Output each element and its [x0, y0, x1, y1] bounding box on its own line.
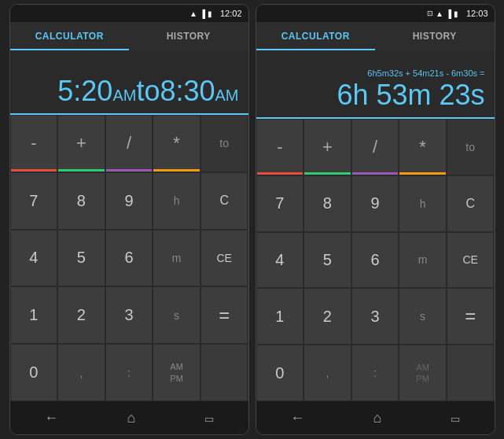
key-7-1[interactable]: 7 [10, 172, 58, 230]
phones-container: ▲ ▐ ▮ 12:02 CALCULATOR HISTORY 5:20AMto8… [6, 1, 498, 438]
status-time-2: 12:03 [466, 9, 488, 18]
key-c-2[interactable]: C [447, 175, 495, 232]
key-plus-2[interactable]: + [304, 119, 351, 175]
battery-icon-2: ▮ [454, 9, 458, 18]
key-1-2[interactable]: 1 [256, 288, 304, 345]
key-2-2[interactable]: 2 [304, 288, 351, 345]
bottom-nav-2: ← ⌂ ▭ [256, 401, 495, 434]
back-icon-2: ← [290, 410, 304, 426]
row3-1: 4 5 6 m CE [10, 230, 248, 287]
screenshot-icon: ⊡ [427, 9, 433, 17]
key-comma-2[interactable]: , [304, 345, 351, 401]
home-icon-1: ⌂ [127, 410, 136, 426]
key-empty-2 [447, 345, 495, 401]
display-1: 5:20AMto8:30AM [10, 50, 248, 113]
key-equals-1[interactable]: = [200, 286, 248, 344]
row4-1: 1 2 3 s = [10, 286, 248, 344]
tab-calculator-1[interactable]: CALCULATOR [10, 22, 130, 50]
key-9-1[interactable]: 9 [105, 172, 153, 230]
display-result-1: 5:20AMto8:30AM [20, 76, 239, 107]
wifi-icon-2: ▲ [436, 9, 443, 18]
row2-2: 7 8 9 h C [256, 175, 495, 232]
key-divide-2[interactable]: / [351, 119, 399, 175]
status-bar-1: ▲ ▐ ▮ 12:02 [10, 5, 248, 22]
status-icons-2: ⊡ ▲ ▐ ▮ [427, 9, 458, 18]
home-icon-2: ⌂ [373, 410, 382, 426]
keypad-1: - + / * to 7 8 9 h C 4 5 6 m CE 1 [10, 115, 248, 401]
key-0-1[interactable]: 0 [10, 344, 58, 401]
recents-button-1[interactable]: ▭ [204, 410, 214, 426]
row4-2: 1 2 3 s = [256, 288, 495, 345]
tabs-2: CALCULATOR HISTORY [256, 22, 495, 50]
bottom-nav-1: ← ⌂ ▭ [10, 401, 248, 434]
key-0-2[interactable]: 0 [256, 345, 304, 401]
key-1-1[interactable]: 1 [10, 286, 58, 344]
back-button-2[interactable]: ← [290, 410, 304, 426]
key-6-1[interactable]: 6 [105, 230, 153, 287]
key-to-2[interactable]: to [447, 119, 495, 175]
key-minus-2[interactable]: - [256, 119, 304, 175]
key-ce-1[interactable]: CE [200, 230, 248, 287]
back-button-1[interactable]: ← [44, 410, 58, 426]
key-ampm-2[interactable]: AMPM [399, 345, 447, 401]
key-multiply-2[interactable]: * [399, 119, 447, 175]
row5-1: 0 , : AMPM [10, 344, 248, 401]
keypad-2: - + / * to 7 8 9 h C 4 5 6 m CE 1 [256, 119, 495, 401]
key-s-2[interactable]: s [399, 288, 447, 345]
key-c-1[interactable]: C [200, 172, 248, 230]
key-to-1[interactable]: to [200, 115, 248, 172]
display-result-2: 6h 53m 23s [266, 79, 485, 111]
key-divide-1[interactable]: / [105, 115, 153, 172]
tab-history-2[interactable]: HISTORY [375, 22, 495, 50]
key-4-2[interactable]: 4 [256, 232, 304, 289]
wifi-icon: ▲ [189, 9, 197, 18]
key-plus-1[interactable]: + [57, 115, 105, 172]
key-h-2[interactable]: h [399, 175, 447, 232]
tab-history-1[interactable]: HISTORY [129, 22, 248, 50]
row2-1: 7 8 9 h C [10, 172, 248, 230]
key-m-1[interactable]: m [153, 230, 200, 287]
key-4-1[interactable]: 4 [10, 230, 58, 287]
back-icon-1: ← [44, 410, 58, 426]
phone-2: ⊡ ▲ ▐ ▮ 12:03 CALCULATOR HISTORY 6h5m32s… [256, 4, 495, 435]
key-colon-1[interactable]: : [105, 344, 153, 401]
battery-icon: ▮ [208, 9, 212, 18]
key-ce-2[interactable]: CE [447, 232, 495, 289]
home-button-1[interactable]: ⌂ [127, 410, 136, 426]
key-comma-1[interactable]: , [57, 344, 105, 401]
ops-row-1: - + / * to [10, 115, 248, 172]
key-s-1[interactable]: s [153, 286, 200, 344]
phone-1: ▲ ▐ ▮ 12:02 CALCULATOR HISTORY 5:20AMto8… [9, 4, 249, 435]
ops-row-2: - + / * to [256, 119, 495, 175]
key-minus-1[interactable]: - [10, 115, 58, 172]
key-empty-1 [200, 344, 248, 401]
status-icons-1: ▲ ▐ ▮ [189, 9, 212, 18]
key-7-2[interactable]: 7 [256, 175, 304, 232]
recents-button-2[interactable]: ▭ [451, 410, 460, 426]
key-h-1[interactable]: h [153, 172, 200, 230]
key-3-2[interactable]: 3 [351, 288, 399, 345]
key-6-2[interactable]: 6 [351, 232, 399, 289]
key-5-1[interactable]: 5 [57, 230, 105, 287]
signal-icon-2: ▐ [446, 9, 451, 18]
status-bar-2: ⊡ ▲ ▐ ▮ 12:03 [256, 5, 495, 22]
key-9-2[interactable]: 9 [351, 175, 399, 232]
key-5-2[interactable]: 5 [304, 232, 351, 289]
tabs-1: CALCULATOR HISTORY [10, 22, 248, 50]
status-time-1: 12:02 [220, 9, 242, 18]
key-8-2[interactable]: 8 [304, 175, 351, 232]
key-equals-2[interactable]: = [447, 288, 495, 345]
display-2: 6h5m32s + 54m21s - 6m30s = 6h 53m 23s [256, 50, 495, 117]
tab-calculator-2[interactable]: CALCULATOR [256, 22, 376, 50]
recents-icon-1: ▭ [204, 413, 214, 425]
key-ampm-1[interactable]: AMPM [153, 344, 200, 401]
key-m-2[interactable]: m [399, 232, 447, 289]
key-8-1[interactable]: 8 [57, 172, 105, 230]
key-3-1[interactable]: 3 [105, 286, 153, 344]
key-multiply-1[interactable]: * [153, 115, 200, 172]
key-2-1[interactable]: 2 [57, 286, 105, 344]
signal-icon: ▐ [200, 9, 205, 18]
home-button-2[interactable]: ⌂ [373, 410, 382, 426]
recents-icon-2: ▭ [451, 413, 460, 425]
key-colon-2[interactable]: : [351, 345, 399, 401]
